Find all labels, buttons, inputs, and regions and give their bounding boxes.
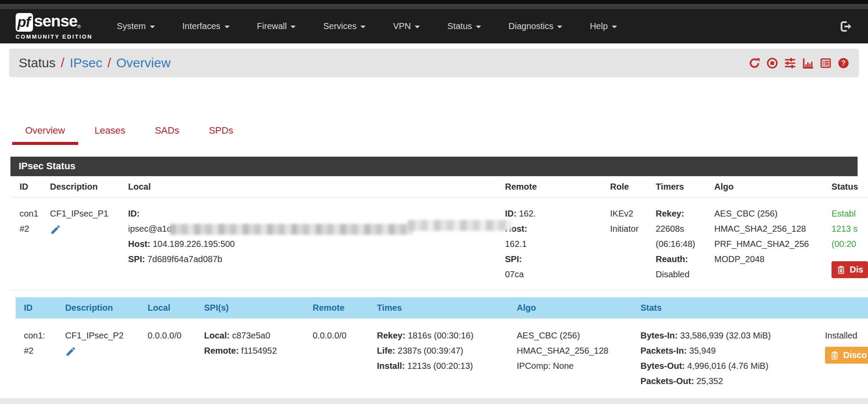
page-action-icons: ? [749,57,849,69]
table-row-p2: con1: #2 CF1_IPsec_P2 0.0.0.0/0 Local: c… [16,319,868,396]
redacted-text [170,224,413,235]
main-menu: System Interfaces Firewall Services VPN … [117,21,617,31]
table-row-p1: con1 #2 CF1_IPsec_P1 ID: ipsec@a1o Host:… [10,197,868,290]
redacted-text [528,238,598,251]
chevron-down-icon [360,26,366,28]
col-stats: Stats [636,297,821,319]
edit-icon[interactable] [50,224,61,235]
menu-help[interactable]: Help [590,21,617,31]
col-spis: SPI(s) [200,297,308,319]
tab-sads[interactable]: SADs [142,119,192,145]
ipsec-p2-table: ID Description Local SPI(s) Remote Times… [16,297,868,396]
disconnect-child-button[interactable]: Disco [825,347,868,364]
stop-circle-icon[interactable] [766,57,778,69]
col-local: Local [143,297,200,319]
redacted-text [526,269,609,282]
window-top-strip [0,0,868,4]
menu-status[interactable]: Status [447,21,481,31]
cell-id: con1: #2 [16,319,61,396]
tab-bar: Overview Leases SADs SPDs [12,119,868,145]
logo-sense-text: sense [34,13,77,29]
cell-remote: 0.0.0.0/0 [308,319,373,396]
cell-role: IKEv2 Initiator [606,197,651,290]
chevron-down-icon [612,26,617,28]
col-algo: Algo [512,297,636,319]
status-list-icon[interactable] [820,57,832,69]
chevron-down-icon [557,26,562,28]
breadcrumb-link-ipsec[interactable]: IPsec [69,56,102,70]
refresh-icon[interactable] [749,57,760,69]
chevron-down-icon [290,26,296,28]
cell-description: CF1_IPsec_P1 [46,197,124,290]
chevron-down-icon [476,26,481,28]
child-sa-section: ID Description Local SPI(s) Remote Times… [16,297,858,396]
ipsec-p1-table: ID Description Local Remote Role Timers … [10,176,868,290]
menu-system[interactable]: System [117,21,155,31]
menu-services[interactable]: Services [323,21,366,31]
cell-status: Establ 1213 s (00:20 Dis [827,197,868,290]
menu-vpn[interactable]: VPN [393,21,420,31]
redacted-text [538,208,603,221]
pf-logo-box: pf [16,13,33,32]
col-remote: Remote [501,176,606,197]
registered-mark: ® [77,24,81,29]
menu-interfaces[interactable]: Interfaces [182,21,230,31]
p2-header-row: ID Description Local SPI(s) Remote Times… [16,297,868,319]
col-id: ID [10,176,46,197]
cell-id: con1 #2 [10,197,46,290]
cell-stats: Bytes-In: 33,586,939 (32.03 MiB) Packets… [636,319,821,396]
col-local: Local [124,176,501,197]
tab-leases[interactable]: Leases [82,119,139,145]
col-role: Role [606,176,651,197]
trash-icon [836,265,846,275]
col-description: Description [61,297,143,319]
sliders-icon[interactable] [784,57,796,69]
breadcrumb-separator: / [107,56,111,70]
cell-spis: Local: c873e5a0 Remote: f1154952 [200,319,308,396]
sign-out-icon [839,20,852,33]
chevron-down-icon [224,26,230,28]
p1-header-row: ID Description Local Remote Role Timers … [10,176,868,197]
col-actions [821,297,868,319]
panel-title: IPsec Status [10,157,858,176]
cell-timers: Rekey: 22608s (06:16:48) Reauth: Disable… [651,197,710,290]
disconnect-button[interactable]: Dis [832,261,868,278]
col-times: Times [373,297,512,319]
pfsense-logo[interactable]: pf sense ® COMMUNITY EDITION [16,13,92,40]
cell-actions: Installed Disco [821,319,868,396]
breadcrumb-link-overview[interactable]: Overview [116,56,171,70]
help-icon[interactable]: ? [838,57,849,69]
svg-text:?: ? [842,59,846,67]
menu-firewall[interactable]: Firewall [257,21,296,31]
tab-spds[interactable]: SPDs [196,119,246,145]
col-id: ID [16,297,61,319]
cell-local: 0.0.0.0/0 [143,319,200,396]
top-navbar: pf sense ® COMMUNITY EDITION System Inte… [0,9,868,43]
cell-local: ID: ipsec@a1o Host: 104.189.226.195:500 … [124,197,501,290]
col-description: Description [46,176,124,197]
chevron-down-icon [150,26,155,28]
col-status: Status [827,176,868,197]
cell-remote: ID: 162. Host: 162.1 SPI: 07ca [501,197,606,290]
bar-chart-icon[interactable] [802,57,814,69]
cell-times: Rekey: 1816s (00:30:16) Life: 2387s (00:… [373,319,512,396]
tab-overview[interactable]: Overview [12,119,78,145]
edit-icon[interactable] [65,346,76,357]
breadcrumb-separator: / [61,56,64,70]
menu-diagnostics[interactable]: Diagnostics [508,21,562,31]
col-algo: Algo [710,176,827,197]
status-established: Establ [832,206,868,221]
logo-subtitle: COMMUNITY EDITION [16,33,92,40]
window-title-strip [0,4,868,9]
page-bottom-strip [0,398,868,404]
status-installed: Installed [825,328,868,343]
ipsec-status-panel: IPsec Status ID Description Local Remote… [10,157,858,396]
col-remote: Remote [308,297,373,319]
cell-algo: AES_CBC (256) HMAC_SHA2_256_128 PRF_HMAC… [710,197,827,290]
trash-icon [830,351,839,360]
cell-description: CF1_IPsec_P2 [61,319,143,396]
chevron-down-icon [415,26,420,28]
logout-button[interactable] [839,20,852,33]
breadcrumb-root: Status [19,56,56,70]
redacted-text [408,220,512,231]
